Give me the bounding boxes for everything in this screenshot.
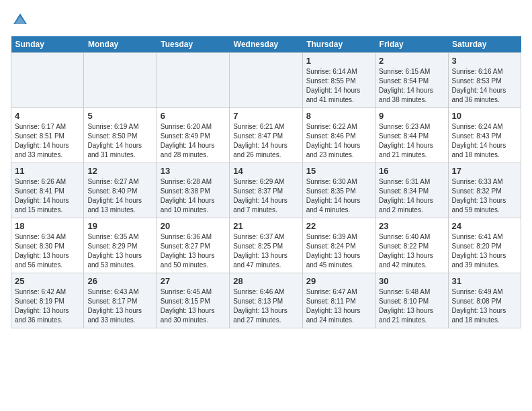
day-number: 16 [379, 166, 444, 176]
day-info: Sunrise: 6:49 AM Sunset: 8:08 PM Dayligh… [452, 287, 517, 325]
day-number: 18 [15, 221, 80, 231]
calendar-day-header: Saturday [448, 36, 521, 53]
day-info: Sunrise: 6:34 AM Sunset: 8:30 PM Dayligh… [15, 232, 80, 270]
calendar-day-cell: 22Sunrise: 6:39 AM Sunset: 8:24 PM Dayli… [302, 218, 375, 273]
day-info: Sunrise: 6:19 AM Sunset: 8:50 PM Dayligh… [87, 122, 152, 160]
day-info: Sunrise: 6:27 AM Sunset: 8:40 PM Dayligh… [87, 177, 152, 215]
day-info: Sunrise: 6:24 AM Sunset: 8:43 PM Dayligh… [452, 122, 517, 160]
calendar-day-cell: 25Sunrise: 6:42 AM Sunset: 8:19 PM Dayli… [11, 273, 84, 328]
calendar-day-cell: 16Sunrise: 6:31 AM Sunset: 8:34 PM Dayli… [375, 163, 448, 218]
calendar-day-cell: 21Sunrise: 6:37 AM Sunset: 8:25 PM Dayli… [230, 218, 302, 273]
calendar-day-cell: 8Sunrise: 6:22 AM Sunset: 8:46 PM Daylig… [302, 108, 375, 163]
day-info: Sunrise: 6:41 AM Sunset: 8:20 PM Dayligh… [452, 232, 517, 270]
calendar-day-cell: 13Sunrise: 6:28 AM Sunset: 8:38 PM Dayli… [157, 163, 229, 218]
calendar-day-cell: 19Sunrise: 6:35 AM Sunset: 8:29 PM Dayli… [84, 218, 157, 273]
day-info: Sunrise: 6:16 AM Sunset: 8:53 PM Dayligh… [452, 67, 517, 105]
calendar-day-cell: 20Sunrise: 6:36 AM Sunset: 8:27 PM Dayli… [157, 218, 229, 273]
day-info: Sunrise: 6:35 AM Sunset: 8:29 PM Dayligh… [87, 232, 152, 270]
logo [11, 11, 32, 30]
calendar-day-cell: 30Sunrise: 6:48 AM Sunset: 8:10 PM Dayli… [375, 273, 448, 328]
day-info: Sunrise: 6:37 AM Sunset: 8:25 PM Dayligh… [233, 232, 298, 270]
day-number: 13 [161, 166, 226, 176]
day-number: 4 [15, 111, 80, 121]
day-number: 30 [379, 276, 444, 286]
calendar-day-cell: 12Sunrise: 6:27 AM Sunset: 8:40 PM Dayli… [84, 163, 157, 218]
calendar-day-cell: 23Sunrise: 6:40 AM Sunset: 8:22 PM Dayli… [375, 218, 448, 273]
calendar-day-header: Sunday [11, 36, 84, 53]
day-info: Sunrise: 6:17 AM Sunset: 8:51 PM Dayligh… [15, 122, 80, 160]
day-number: 3 [452, 56, 517, 66]
calendar-header-row: SundayMondayTuesdayWednesdayThursdayFrid… [11, 36, 521, 53]
calendar-day-cell [84, 53, 157, 108]
calendar-day-cell [11, 53, 84, 108]
calendar-day-cell: 3Sunrise: 6:16 AM Sunset: 8:53 PM Daylig… [448, 53, 521, 108]
day-info: Sunrise: 6:43 AM Sunset: 8:17 PM Dayligh… [87, 287, 152, 325]
calendar-day-header: Tuesday [157, 36, 229, 53]
day-number: 27 [161, 276, 226, 286]
calendar-day-cell: 2Sunrise: 6:15 AM Sunset: 8:54 PM Daylig… [375, 53, 448, 108]
calendar-day-cell: 1Sunrise: 6:14 AM Sunset: 8:55 PM Daylig… [302, 53, 375, 108]
calendar-day-cell: 31Sunrise: 6:49 AM Sunset: 8:08 PM Dayli… [448, 273, 521, 328]
calendar-day-cell [157, 53, 229, 108]
calendar-day-cell [230, 53, 302, 108]
calendar-day-cell: 5Sunrise: 6:19 AM Sunset: 8:50 PM Daylig… [84, 108, 157, 163]
calendar-day-cell: 6Sunrise: 6:20 AM Sunset: 8:49 PM Daylig… [157, 108, 229, 163]
page-header [11, 11, 521, 30]
day-info: Sunrise: 6:33 AM Sunset: 8:32 PM Dayligh… [452, 177, 517, 215]
day-info: Sunrise: 6:46 AM Sunset: 8:13 PM Dayligh… [233, 287, 298, 325]
day-number: 24 [452, 221, 517, 231]
day-info: Sunrise: 6:45 AM Sunset: 8:15 PM Dayligh… [161, 287, 226, 325]
day-number: 1 [306, 56, 371, 66]
logo-icon [11, 11, 30, 30]
calendar-day-cell: 29Sunrise: 6:47 AM Sunset: 8:11 PM Dayli… [302, 273, 375, 328]
day-info: Sunrise: 6:22 AM Sunset: 8:46 PM Dayligh… [306, 122, 371, 160]
day-number: 15 [306, 166, 371, 176]
day-number: 21 [233, 221, 298, 231]
calendar-day-cell: 27Sunrise: 6:45 AM Sunset: 8:15 PM Dayli… [157, 273, 229, 328]
calendar-day-cell: 15Sunrise: 6:30 AM Sunset: 8:35 PM Dayli… [302, 163, 375, 218]
calendar-week-row: 4Sunrise: 6:17 AM Sunset: 8:51 PM Daylig… [11, 108, 521, 163]
day-info: Sunrise: 6:42 AM Sunset: 8:19 PM Dayligh… [15, 287, 80, 325]
calendar-week-row: 1Sunrise: 6:14 AM Sunset: 8:55 PM Daylig… [11, 53, 521, 108]
calendar-day-cell: 17Sunrise: 6:33 AM Sunset: 8:32 PM Dayli… [448, 163, 521, 218]
day-number: 14 [233, 166, 298, 176]
day-info: Sunrise: 6:30 AM Sunset: 8:35 PM Dayligh… [306, 177, 371, 215]
calendar-day-cell: 9Sunrise: 6:23 AM Sunset: 8:44 PM Daylig… [375, 108, 448, 163]
calendar-day-cell: 24Sunrise: 6:41 AM Sunset: 8:20 PM Dayli… [448, 218, 521, 273]
calendar-table: SundayMondayTuesdayWednesdayThursdayFrid… [11, 36, 521, 328]
day-number: 5 [87, 111, 152, 121]
calendar-day-cell: 10Sunrise: 6:24 AM Sunset: 8:43 PM Dayli… [448, 108, 521, 163]
day-number: 28 [233, 276, 298, 286]
day-number: 2 [379, 56, 444, 66]
calendar-day-cell: 4Sunrise: 6:17 AM Sunset: 8:51 PM Daylig… [11, 108, 84, 163]
day-number: 20 [161, 221, 226, 231]
day-info: Sunrise: 6:28 AM Sunset: 8:38 PM Dayligh… [161, 177, 226, 215]
day-info: Sunrise: 6:23 AM Sunset: 8:44 PM Dayligh… [379, 122, 444, 160]
day-info: Sunrise: 6:20 AM Sunset: 8:49 PM Dayligh… [161, 122, 226, 160]
calendar-day-cell: 11Sunrise: 6:26 AM Sunset: 8:41 PM Dayli… [11, 163, 84, 218]
day-number: 9 [379, 111, 444, 121]
calendar-week-row: 18Sunrise: 6:34 AM Sunset: 8:30 PM Dayli… [11, 218, 521, 273]
day-number: 6 [161, 111, 226, 121]
day-info: Sunrise: 6:31 AM Sunset: 8:34 PM Dayligh… [379, 177, 444, 215]
day-number: 19 [87, 221, 152, 231]
day-info: Sunrise: 6:48 AM Sunset: 8:10 PM Dayligh… [379, 287, 444, 325]
calendar-week-row: 11Sunrise: 6:26 AM Sunset: 8:41 PM Dayli… [11, 163, 521, 218]
day-info: Sunrise: 6:40 AM Sunset: 8:22 PM Dayligh… [379, 232, 444, 270]
day-number: 26 [87, 276, 152, 286]
day-info: Sunrise: 6:21 AM Sunset: 8:47 PM Dayligh… [233, 122, 298, 160]
day-info: Sunrise: 6:14 AM Sunset: 8:55 PM Dayligh… [306, 67, 371, 105]
day-info: Sunrise: 6:26 AM Sunset: 8:41 PM Dayligh… [15, 177, 80, 215]
day-number: 25 [15, 276, 80, 286]
day-number: 29 [306, 276, 371, 286]
day-number: 8 [306, 111, 371, 121]
day-info: Sunrise: 6:39 AM Sunset: 8:24 PM Dayligh… [306, 232, 371, 270]
day-info: Sunrise: 6:29 AM Sunset: 8:37 PM Dayligh… [233, 177, 298, 215]
calendar-day-cell: 7Sunrise: 6:21 AM Sunset: 8:47 PM Daylig… [230, 108, 302, 163]
day-info: Sunrise: 6:36 AM Sunset: 8:27 PM Dayligh… [161, 232, 226, 270]
calendar-day-header: Monday [84, 36, 157, 53]
calendar-day-cell: 28Sunrise: 6:46 AM Sunset: 8:13 PM Dayli… [230, 273, 302, 328]
calendar-day-header: Friday [375, 36, 448, 53]
calendar-day-cell: 26Sunrise: 6:43 AM Sunset: 8:17 PM Dayli… [84, 273, 157, 328]
day-number: 12 [87, 166, 152, 176]
